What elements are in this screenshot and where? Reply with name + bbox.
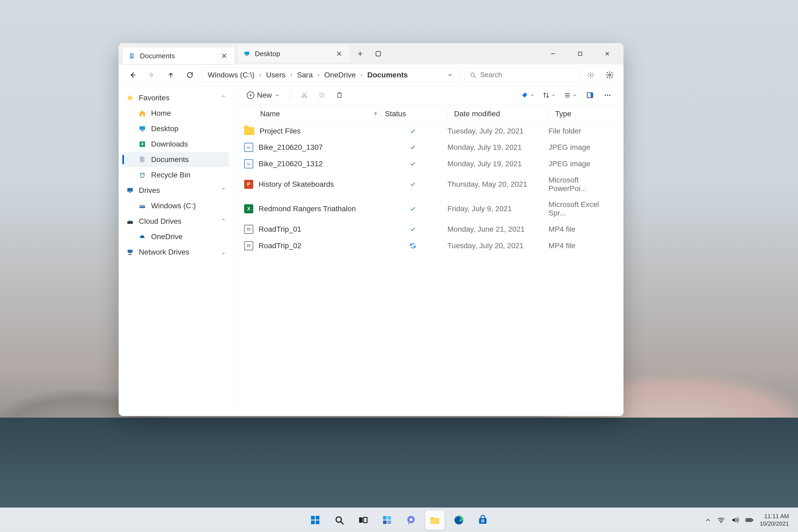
new-button[interactable]: + New — [243, 89, 284, 101]
chevron-up-icon: ⌃ — [221, 187, 226, 194]
sort-menu[interactable] — [541, 91, 557, 100]
close-tab-button[interactable]: ✕ — [334, 49, 344, 59]
tab-desktop[interactable]: Desktop ✕ — [238, 45, 349, 62]
address-bar[interactable]: Windows (C:\) › Users › Sara › OneDrive … — [202, 68, 460, 82]
sidebar-item-windows-c-[interactable]: Windows (C:) — [123, 198, 229, 213]
sidebar-group-favorites[interactable]: Favorites ⌃ — [121, 91, 231, 105]
sidebar-group-drives[interactable]: Drives ⌃ — [121, 183, 231, 198]
document-icon — [128, 52, 136, 60]
sidebar-item-onedrive[interactable]: OneDrive — [123, 229, 229, 244]
file-name: Bike_210620_1312 — [259, 159, 323, 168]
tray-overflow-button[interactable] — [705, 517, 711, 523]
svg-rect-46 — [247, 228, 250, 230]
new-button-label: New — [257, 91, 272, 99]
file-type: Microsoft PowerPoi... — [549, 176, 617, 193]
drive-icon — [138, 202, 146, 210]
svg-line-55 — [341, 521, 343, 524]
file-row[interactable]: Bike_210620_1312 Monday, July 19, 2021 J… — [233, 156, 624, 172]
svg-rect-69 — [481, 521, 482, 522]
minimize-button[interactable] — [541, 46, 565, 62]
refresh-button[interactable] — [183, 68, 197, 82]
status-synced-icon — [410, 144, 416, 151]
widgets-button[interactable] — [377, 510, 397, 530]
svg-rect-56 — [359, 517, 363, 523]
more-button[interactable] — [601, 89, 614, 101]
breadcrumb-segment[interactable]: Users — [264, 70, 287, 80]
forward-button[interactable] — [144, 68, 159, 82]
tab-documents[interactable]: Documents ✕ — [123, 48, 234, 64]
file-date: Monday, July 19, 2021 — [448, 159, 549, 168]
file-row[interactable]: RoadTrip_02 Tuesday, July 20, 2021 MP4 f… — [233, 238, 624, 254]
sidebar-item-desktop[interactable]: Desktop — [123, 121, 229, 136]
chat-button[interactable] — [401, 510, 421, 530]
sidebar-group-network-drives[interactable]: Network Drives ⌄ — [121, 245, 231, 260]
paste-button[interactable] — [333, 89, 346, 101]
column-name[interactable]: Name — [240, 110, 378, 118]
sidebar-item-documents[interactable]: Documents — [123, 152, 229, 167]
column-type[interactable]: Type — [549, 110, 617, 118]
tab-bar: Documents ✕ Desktop ✕ — [119, 43, 624, 64]
close-tab-button[interactable]: ✕ — [219, 51, 229, 61]
sync-status-button[interactable] — [583, 68, 598, 82]
svg-rect-68 — [483, 519, 484, 520]
start-button[interactable] — [306, 510, 325, 530]
clock[interactable]: 11:11 AM 10/20/2021 — [760, 513, 789, 527]
battery-icon[interactable] — [745, 515, 754, 525]
file-row[interactable]: RoadTrip_01 Monday, June 21, 2021 MP4 fi… — [233, 221, 624, 238]
svg-rect-26 — [128, 250, 133, 253]
file-row[interactable]: Project Files Tuesday, July 20, 2021 Fil… — [233, 123, 624, 139]
svg-point-35 — [526, 94, 527, 94]
monitor-icon — [126, 187, 134, 194]
sidebar-item-home[interactable]: Home — [123, 106, 229, 121]
breadcrumb-segment[interactable]: Windows (C:\) — [206, 70, 256, 80]
search-box[interactable] — [464, 68, 579, 82]
cut-button[interactable] — [298, 89, 311, 101]
chevron-down-icon — [274, 93, 280, 98]
sidebar-item-downloads[interactable]: Downloads — [123, 137, 229, 152]
chevron-right-icon: › — [318, 72, 320, 78]
store-button[interactable] — [473, 510, 492, 530]
edge-button[interactable] — [449, 510, 469, 530]
svg-point-13 — [590, 74, 591, 76]
task-view-button[interactable] — [354, 510, 373, 530]
svg-point-44 — [248, 146, 248, 147]
up-button[interactable] — [163, 68, 178, 82]
svg-point-15 — [609, 74, 611, 76]
column-status[interactable]: Status — [378, 110, 448, 118]
back-button[interactable] — [125, 68, 140, 82]
tag-menu[interactable] — [520, 91, 536, 100]
star-icon — [126, 94, 134, 102]
breadcrumb-segment[interactable]: Sara — [296, 70, 315, 80]
copy-button[interactable] — [316, 89, 328, 101]
sidebar-group-cloud-drives[interactable]: Cloud Drives ⌃ — [121, 214, 231, 229]
search-input[interactable] — [480, 71, 574, 79]
column-date[interactable]: Date modified — [448, 110, 549, 118]
file-row[interactable]: Bike_210620_1307 Monday, July 19, 2021 J… — [233, 139, 624, 156]
file-row[interactable]: PHistory of Skateboards Thursday, May 20… — [233, 172, 624, 196]
details-pane-button[interactable] — [584, 89, 596, 101]
svg-line-12 — [474, 76, 475, 77]
sidebar-item-recycle-bin[interactable]: Recycle Bin — [123, 168, 229, 183]
breadcrumb-segment[interactable]: OneDrive — [323, 70, 357, 80]
onedrive-icon — [138, 233, 146, 241]
settings-button[interactable] — [602, 68, 617, 82]
svg-point-42 — [607, 94, 608, 96]
svg-rect-53 — [316, 520, 320, 524]
search-button[interactable] — [329, 510, 349, 530]
wifi-icon[interactable] — [717, 516, 725, 524]
file-explorer-taskbar-button[interactable] — [425, 510, 444, 530]
svg-rect-73 — [747, 519, 751, 521]
sidebar-item-label: Documents — [151, 155, 189, 164]
breadcrumb-current[interactable]: Documents — [366, 70, 410, 80]
clock-date: 10/20/2021 — [760, 520, 789, 528]
search-icon — [470, 72, 476, 78]
file-row[interactable]: XRedmond Rangers Triathalon Friday, July… — [233, 196, 624, 221]
maximize-button[interactable] — [568, 46, 592, 62]
view-menu[interactable] — [562, 91, 579, 100]
new-tab-button[interactable] — [353, 46, 367, 61]
tab-overview-button[interactable] — [371, 46, 386, 61]
volume-icon[interactable] — [731, 516, 739, 524]
address-dropdown-button[interactable] — [444, 71, 456, 79]
close-window-button[interactable] — [595, 46, 619, 62]
svg-rect-3 — [131, 56, 132, 57]
